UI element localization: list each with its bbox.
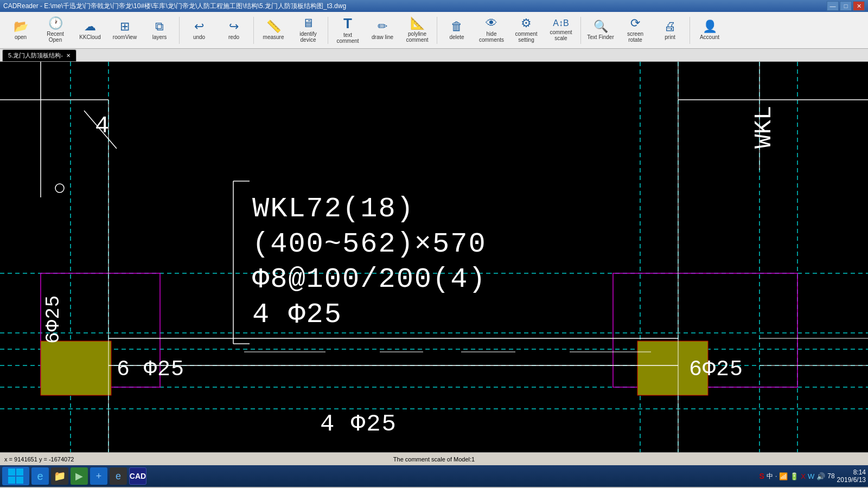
svg-text:(400~562)×570: (400~562)×570 [252,228,487,260]
toolbar-separator-3 [328,17,328,44]
svg-text:4 Φ25: 4 Φ25 [320,410,397,438]
svg-rect-51 [16,477,23,484]
tool-recent-open[interactable]: 🕐 Recent Open [39,15,72,45]
undo-label: undo [193,34,205,40]
titlebar-title: CADReader - E:\me\千迅龙\门帝戟龙\门帝龙\10#楼\车库\龙… [3,2,346,11]
tool-redo[interactable]: ↪ redo [218,18,250,42]
minimize-button[interactable]: — [827,1,839,11]
comment-setting-label: comment setting [512,31,540,43]
tool-hide-comments[interactable]: 👁 hide comments [475,15,508,45]
tool-print[interactable]: 🖨 print [654,18,686,42]
layers-label: layers [152,34,167,40]
tray-wifi-icon: 📶 [779,472,788,480]
tool-draw-line[interactable]: ✏ draw line [366,18,399,42]
open-label: open [15,34,27,40]
draw-line-label: draw line [372,34,393,40]
svg-rect-49 [16,468,23,476]
tool-comment-setting[interactable]: ⚙ comment setting [510,15,542,45]
tray-s-icon: S [760,472,764,480]
delete-icon: 🗑 [451,21,463,33]
svg-text:WKL72(18): WKL72(18) [252,193,414,225]
print-label: print [665,34,675,40]
taskbar-ie2-icon[interactable]: e [110,467,127,485]
taskbar-app2-icon[interactable]: + [90,467,107,485]
tray-lang-icon: 中 [767,472,773,481]
tool-polyline-comment[interactable]: 📐 polyline comment [401,15,433,45]
undo-icon: ↩ [194,21,204,33]
titlebar-controls: — □ ✕ [827,1,865,11]
svg-text:Φ8@100/200(4): Φ8@100/200(4) [252,264,487,296]
titlebar: CADReader - E:\me\千迅龙\门帝戟龙\门帝龙\10#楼\车库\龙… [0,0,868,12]
start-button[interactable] [2,467,29,485]
tool-kkcloud[interactable]: ☁ KKCloud [74,18,106,42]
tab-drawing[interactable]: 5.龙门人防顶板结构- ✕ [2,49,76,61]
tool-account[interactable]: 👤 Account [693,18,726,42]
system-clock[interactable]: 8:14 2019/6/13 [837,468,866,484]
text-finder-label: Text Finder [587,34,614,40]
svg-text:6Φ25: 6Φ25 [42,295,65,344]
open-icon: 📂 [14,21,28,33]
tool-undo[interactable]: ↩ undo [183,18,215,42]
svg-text:6 Φ25: 6 Φ25 [117,357,184,382]
tray-battery-level: 78 [827,472,834,480]
tool-delete[interactable]: 🗑 delete [441,18,473,42]
toolbar: 📂 open 🕐 Recent Open ☁ KKCloud ⊞ roomVie… [0,12,868,49]
statusbar: x = 9141651 y = -1674072 The comment sca… [0,452,868,465]
taskbar: e 📁 ▶ + e CAD S 中 · 📶 🔋 X W 🔊 78 8:14 20… [0,465,868,487]
system-tray: S 中 · 📶 🔋 X W 🔊 78 8:14 2019/6/13 [760,468,866,484]
close-button[interactable]: ✕ [853,1,865,11]
tool-measure[interactable]: 📏 measure [257,18,290,42]
tabbar: 5.龙门人防顶板结构- ✕ [0,49,868,62]
tab-close-button[interactable]: ✕ [66,53,71,59]
taskbar-ie-icon[interactable]: e [31,467,49,485]
identify-device-icon: 🖥 [302,17,314,29]
tray-volume-icon: 🔊 [816,472,825,480]
redo-label: redo [228,34,239,40]
svg-rect-48 [8,468,15,476]
toolbar-separator-2 [253,17,254,44]
taskbar-cadreader-icon[interactable]: CAD [129,467,146,485]
tool-layers[interactable]: ⧉ layers [143,18,176,42]
svg-rect-50 [8,477,15,484]
layers-icon: ⧉ [155,21,164,33]
kkcloud-icon: ☁ [84,21,96,33]
cad-drawing: WKL72(18) (400~562)×570 Φ8@100/200(4) 4 … [0,62,868,452]
tool-text-comment[interactable]: T text comment [331,14,364,46]
tool-roomview[interactable]: ⊞ roomView [108,18,141,42]
windows-logo-icon [7,467,24,485]
tool-open[interactable]: 📂 open [4,18,37,42]
delete-label: delete [449,34,464,40]
draw-line-icon: ✏ [378,21,387,33]
tray-dot1: · [775,472,777,480]
tab-drawing-label: 5.龙门人防顶板结构- [8,52,63,60]
recent-open-icon: 🕐 [48,17,63,29]
svg-text:WKL: WKL [750,106,777,149]
tool-text-finder[interactable]: 🔍 Text Finder [584,18,617,42]
toolbar-separator-1 [179,17,180,44]
account-label: Account [700,34,719,40]
cad-canvas-area[interactable]: WKL72(18) (400~562)×570 Φ8@100/200(4) 4 … [0,62,868,452]
clock-time: 8:14 [837,468,866,476]
tool-identify-device[interactable]: 🖥 identify device [292,15,324,45]
text-finder-icon: 🔍 [593,21,608,33]
taskbar-app1-icon[interactable]: ▶ [71,467,88,485]
kkcloud-label: KKCloud [79,34,100,40]
toolbar-separator-4 [437,17,437,44]
clock-date: 2019/6/13 [837,476,866,484]
measure-label: measure [263,34,284,40]
comment-setting-icon: ⚙ [521,17,532,29]
redo-icon: ↪ [229,21,239,33]
tool-screen-rotate[interactable]: ⟳ screen rotate [619,15,652,45]
measure-icon: 📏 [266,21,281,33]
tool-comment-scale[interactable]: A↕B comment scale [545,17,577,43]
screen-rotate-icon: ⟳ [630,17,640,29]
maximize-button[interactable]: □ [840,1,852,11]
text-comment-icon: T [343,16,352,30]
print-icon: 🖨 [664,21,676,33]
svg-text:6Φ25: 6Φ25 [689,357,743,382]
roomview-label: roomView [113,34,137,40]
tray-battery-icon: 🔋 [790,472,799,480]
hide-comments-icon: 👁 [486,17,497,29]
taskbar-explorer-icon[interactable]: 📁 [51,467,68,485]
recent-open-label: Recent Open [41,31,69,43]
